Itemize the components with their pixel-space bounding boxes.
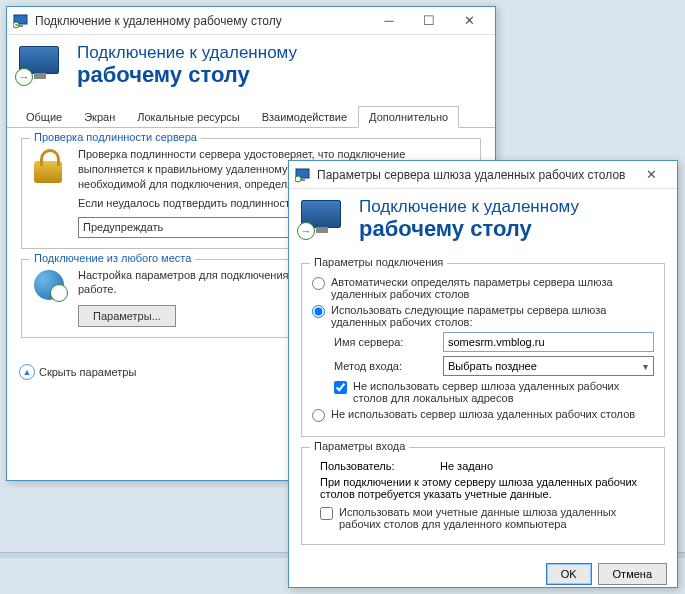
gateway-settings-button[interactable]: Параметры...	[78, 305, 176, 327]
login-params-group: Параметры входа Пользователь: Не задано …	[301, 447, 665, 545]
login-method-select[interactable]: Выбрать позднее	[443, 356, 654, 376]
close-button[interactable]: ✕	[449, 11, 489, 31]
radio-use-input[interactable]	[312, 305, 325, 318]
dialog-banner-line1: Подключение к удаленному	[359, 197, 579, 217]
user-label: Пользователь:	[320, 460, 440, 472]
cancel-button[interactable]: Отмена	[598, 563, 667, 585]
tab-local-resources[interactable]: Локальные ресурсы	[126, 106, 250, 128]
banner-line2: рабочему столу	[77, 63, 297, 87]
globe-icon	[32, 268, 68, 304]
check-bypass-input[interactable]	[334, 381, 347, 394]
ok-button[interactable]: OK	[546, 563, 592, 585]
check-bypass-label: Не использовать сервер шлюза удаленных р…	[353, 380, 654, 404]
radio-auto-detect[interactable]: Автоматически определять параметры серве…	[312, 276, 654, 300]
banner-line1: Подключение к удаленному	[77, 43, 297, 63]
gateway-dialog: Параметры сервера шлюза удаленных рабочи…	[288, 160, 678, 588]
check-share-input[interactable]	[320, 507, 333, 520]
login-params-title: Параметры входа	[310, 440, 409, 452]
radio-none-input[interactable]	[312, 409, 325, 422]
lock-icon	[32, 147, 68, 183]
login-note: При подключении к этому серверу шлюза уд…	[320, 476, 654, 500]
main-title: Подключение к удаленному рабочему столу	[35, 14, 369, 28]
hide-options-label: Скрыть параметры	[39, 366, 136, 378]
dialog-banner-line2: рабочему столу	[359, 217, 579, 241]
radio-use-settings[interactable]: Использовать следующие параметры сервера…	[312, 304, 654, 328]
chevron-up-icon: ▲	[19, 364, 35, 380]
radio-no-gateway[interactable]: Не использовать сервер шлюза удаленных р…	[312, 408, 654, 422]
dialog-close-button[interactable]: ✕	[631, 165, 671, 185]
tab-display[interactable]: Экран	[73, 106, 126, 128]
dialog-banner: → Подключение к удаленному рабочему стол…	[289, 189, 677, 255]
login-method-value: Выбрать позднее	[448, 360, 537, 372]
connection-params-group: Параметры подключения Автоматически опре…	[301, 263, 665, 437]
dialog-title: Параметры сервера шлюза удаленных рабочи…	[317, 168, 631, 182]
server-name-input[interactable]	[443, 332, 654, 352]
radio-auto-input[interactable]	[312, 277, 325, 290]
auth-action-value: Предупреждать	[83, 220, 163, 235]
tabs: Общие Экран Локальные ресурсы Взаимодейс…	[7, 105, 495, 128]
rdp-icon	[295, 167, 311, 183]
dialog-titlebar[interactable]: Параметры сервера шлюза удаленных рабочи…	[289, 161, 677, 189]
tab-advanced[interactable]: Дополнительно	[358, 106, 459, 128]
connection-params-title: Параметры подключения	[310, 256, 447, 268]
check-share-label: Использовать мои учетные данные шлюза уд…	[339, 506, 654, 530]
maximize-button[interactable]: ☐	[409, 11, 449, 31]
login-method-label: Метод входа:	[334, 360, 439, 372]
main-titlebar[interactable]: Подключение к удаленному рабочему столу …	[7, 7, 495, 35]
check-share-creds[interactable]: Использовать мои учетные данные шлюза уд…	[320, 506, 654, 530]
radio-none-label: Не использовать сервер шлюза удаленных р…	[331, 408, 635, 420]
radio-auto-label: Автоматически определять параметры серве…	[331, 276, 654, 300]
user-value: Не задано	[440, 460, 493, 472]
tab-general[interactable]: Общие	[15, 106, 73, 128]
main-banner: → Подключение к удаленному рабочему стол…	[7, 35, 495, 101]
tab-experience[interactable]: Взаимодействие	[251, 106, 358, 128]
radio-use-label: Использовать следующие параметры сервера…	[331, 304, 654, 328]
rdp-large-icon: →	[301, 200, 345, 238]
svg-point-5	[295, 176, 301, 182]
server-name-label: Имя сервера:	[334, 336, 439, 348]
check-bypass-local[interactable]: Не использовать сервер шлюза удаленных р…	[334, 380, 654, 404]
server-auth-title: Проверка подлинности сервера	[30, 131, 201, 143]
rdp-large-icon: →	[19, 46, 63, 84]
connect-anywhere-title: Подключение из любого места	[30, 252, 195, 264]
rdp-icon	[13, 13, 29, 29]
minimize-button[interactable]: ─	[369, 11, 409, 31]
